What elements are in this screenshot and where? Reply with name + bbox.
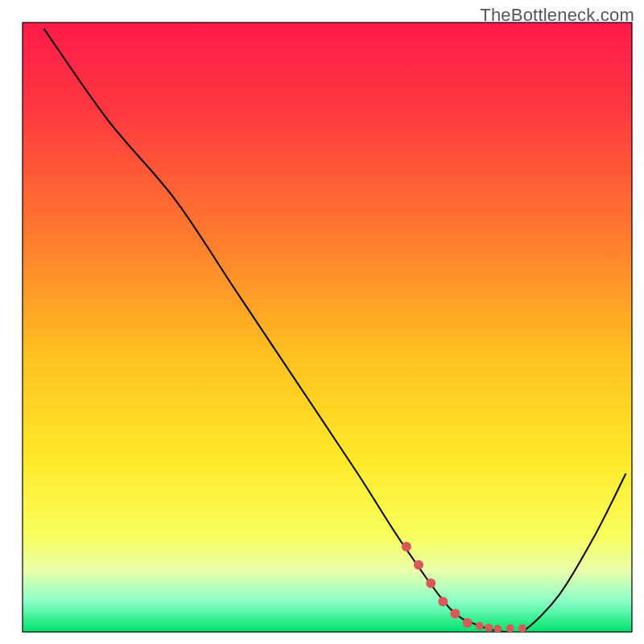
highlight-dot [438, 597, 448, 606]
bottleneck-chart [0, 0, 644, 644]
highlight-dot [518, 624, 526, 632]
highlight-dot [414, 560, 423, 570]
highlight-dot [506, 624, 514, 632]
highlight-dot [426, 578, 436, 588]
highlight-dot [450, 609, 460, 618]
highlight-dot [463, 618, 473, 628]
highlight-dot [476, 621, 484, 630]
highlight-dot [485, 624, 493, 632]
highlight-dot [493, 625, 502, 633]
highlight-dot [402, 542, 411, 551]
heat-gradient-background [23, 23, 632, 632]
